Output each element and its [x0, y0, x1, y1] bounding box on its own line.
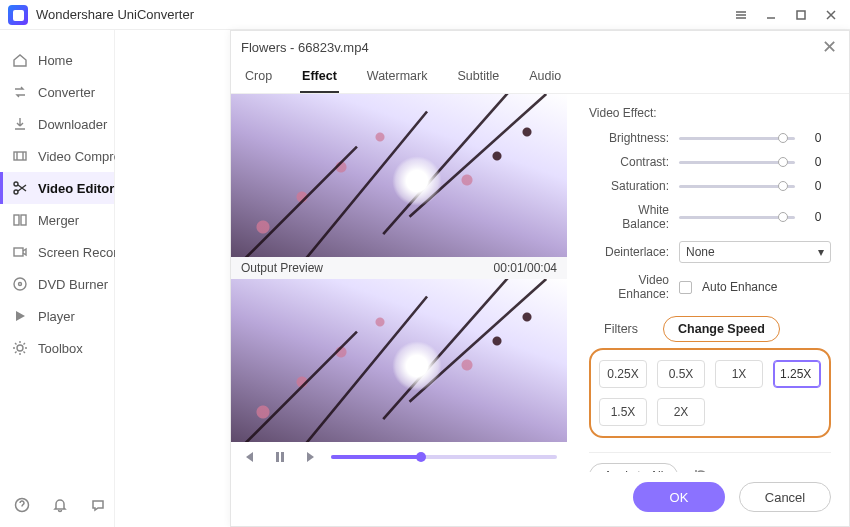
saturation-slider[interactable]	[679, 185, 795, 188]
sidebar-item-merger[interactable]: Merger	[0, 204, 114, 236]
chevron-down-icon: ▾	[818, 245, 824, 259]
svg-rect-1	[14, 152, 26, 160]
white-balance-slider[interactable]	[679, 216, 795, 219]
speed-1-5x[interactable]: 1.5X	[599, 398, 647, 426]
sidebar-item-screen-recorder[interactable]: Screen Recorder	[0, 236, 114, 268]
seek-bar[interactable]	[331, 455, 557, 459]
status-bar	[14, 497, 106, 517]
sidebar: Home Converter Downloader Video Compress…	[0, 30, 115, 527]
converter-icon	[12, 84, 28, 100]
pause-button[interactable]	[271, 448, 289, 466]
svg-rect-11	[281, 452, 284, 462]
maximize-button[interactable]	[790, 4, 812, 26]
svg-point-8	[19, 283, 22, 286]
cancel-button[interactable]: Cancel	[739, 482, 831, 512]
playback-controls	[231, 442, 567, 472]
brightness-slider[interactable]	[679, 137, 795, 140]
tab-effect[interactable]: Effect	[300, 63, 339, 93]
sidebar-item-video-compressor[interactable]: Video Compressor	[0, 140, 114, 172]
help-icon[interactable]	[14, 497, 30, 517]
sidebar-item-label: Downloader	[38, 117, 107, 132]
effect-dialog: Flowers - 66823v.mp4 ✕ Crop Effect Water…	[230, 30, 850, 527]
speed-2x[interactable]: 2X	[657, 398, 705, 426]
speed-0-25x[interactable]: 0.25X	[599, 360, 647, 388]
sidebar-item-video-editor[interactable]: Video Editor	[0, 172, 114, 204]
auto-enhance-checkbox[interactable]	[679, 281, 692, 294]
speed-options: 0.25X 0.5X 1X 1.25X 1.5X 2X	[589, 348, 831, 438]
video-effect-heading: Video Effect:	[589, 106, 831, 120]
tab-crop[interactable]: Crop	[243, 63, 274, 93]
bell-icon[interactable]	[52, 497, 68, 517]
original-preview	[231, 94, 567, 257]
sidebar-item-toolbox[interactable]: Toolbox	[0, 332, 114, 364]
saturation-label: Saturation:	[589, 179, 669, 193]
svg-point-2	[14, 182, 18, 186]
gear-icon	[12, 340, 28, 356]
play-icon	[12, 308, 28, 324]
sidebar-item-converter[interactable]: Converter	[0, 76, 114, 108]
sidebar-item-player[interactable]: Player	[0, 300, 114, 332]
speed-0-5x[interactable]: 0.5X	[657, 360, 705, 388]
contrast-value: 0	[805, 155, 831, 169]
menu-icon[interactable]	[730, 4, 752, 26]
feedback-icon[interactable]	[90, 497, 106, 517]
svg-rect-5	[21, 215, 26, 225]
auto-enhance-label: Auto Enhance	[702, 280, 777, 294]
record-icon	[12, 244, 28, 260]
deinterlace-select[interactable]: None ▾	[679, 241, 831, 263]
svg-point-3	[14, 190, 18, 194]
reset-icon[interactable]	[690, 465, 712, 472]
app-logo	[8, 5, 28, 25]
main-area: Save Start All Flowers - 66823v.mp4 ✕ Cr…	[115, 30, 850, 527]
svg-point-9	[17, 345, 23, 351]
tab-audio[interactable]: Audio	[527, 63, 563, 93]
disc-icon	[12, 276, 28, 292]
close-window-button[interactable]	[820, 4, 842, 26]
sidebar-item-home[interactable]: Home	[0, 44, 114, 76]
subtab-change-speed[interactable]: Change Speed	[663, 316, 780, 342]
svg-rect-6	[14, 248, 23, 256]
dialog-tabs: Crop Effect Watermark Subtitle Audio	[231, 63, 849, 94]
next-frame-button[interactable]	[301, 448, 319, 466]
tab-subtitle[interactable]: Subtitle	[455, 63, 501, 93]
minimize-button[interactable]	[760, 4, 782, 26]
brightness-label: Brightness:	[589, 131, 669, 145]
preview-timestamp: 00:01/00:04	[494, 261, 557, 275]
contrast-label: Contrast:	[589, 155, 669, 169]
sidebar-item-label: DVD Burner	[38, 277, 108, 292]
speed-1x[interactable]: 1X	[715, 360, 763, 388]
white-balance-label: White Balance:	[589, 203, 669, 231]
ok-button[interactable]: OK	[633, 482, 725, 512]
dialog-title: Flowers - 66823v.mp4	[241, 40, 369, 55]
svg-rect-4	[14, 215, 19, 225]
contrast-slider[interactable]	[679, 161, 795, 164]
scissors-icon	[12, 180, 28, 196]
svg-rect-10	[276, 452, 279, 462]
apply-to-all-button[interactable]: Apply to All	[589, 463, 678, 472]
sidebar-item-label: Home	[38, 53, 73, 68]
speed-1-25x[interactable]: 1.25X	[773, 360, 821, 388]
subtab-filters[interactable]: Filters	[589, 316, 653, 342]
brightness-value: 0	[805, 131, 831, 145]
app-name: Wondershare UniConverter	[36, 7, 194, 22]
compress-icon	[12, 148, 28, 164]
video-enhance-label: Video Enhance:	[589, 273, 669, 301]
merger-icon	[12, 212, 28, 228]
svg-rect-0	[797, 11, 805, 19]
sidebar-item-label: Converter	[38, 85, 95, 100]
sidebar-item-downloader[interactable]: Downloader	[0, 108, 114, 140]
download-icon	[12, 116, 28, 132]
sidebar-item-label: Merger	[38, 213, 79, 228]
sidebar-item-label: Toolbox	[38, 341, 83, 356]
tab-watermark[interactable]: Watermark	[365, 63, 430, 93]
sidebar-item-label: Player	[38, 309, 75, 324]
deinterlace-value: None	[686, 245, 715, 259]
svg-point-7	[14, 278, 26, 290]
titlebar: Wondershare UniConverter	[0, 0, 850, 30]
deinterlace-label: Deinterlace:	[589, 245, 669, 259]
saturation-value: 0	[805, 179, 831, 193]
close-dialog-button[interactable]: ✕	[819, 37, 839, 57]
output-preview-label: Output Preview	[241, 261, 323, 275]
sidebar-item-dvd-burner[interactable]: DVD Burner	[0, 268, 114, 300]
prev-frame-button[interactable]	[241, 448, 259, 466]
